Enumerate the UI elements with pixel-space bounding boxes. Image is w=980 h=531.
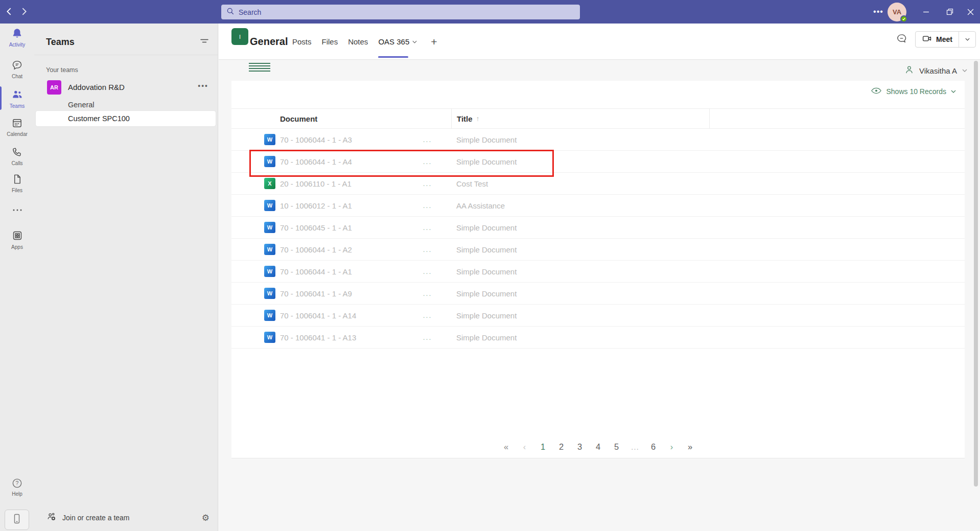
search-icon: [226, 7, 235, 17]
row-actions-ellipsis[interactable]: ...: [423, 157, 432, 166]
team-addovation-rd[interactable]: AR Addovation R&D •••: [34, 78, 218, 97]
row-actions-ellipsis[interactable]: ...: [423, 223, 432, 232]
pagination-page-5[interactable]: 5: [608, 437, 626, 456]
pagination-page-2[interactable]: 2: [552, 437, 571, 456]
user-menu[interactable]: Vikasitha A: [904, 64, 968, 77]
user-avatar[interactable]: VA: [888, 3, 906, 21]
menu-icon[interactable]: [249, 62, 270, 74]
more-options-icon[interactable]: •••: [870, 0, 887, 24]
restore-button[interactable]: [939, 0, 961, 24]
apps-icon: [11, 235, 24, 243]
tab-posts[interactable]: Posts: [291, 24, 313, 60]
rail-label: Teams: [0, 103, 34, 109]
rail-label: Activity: [0, 42, 34, 48]
team-avatar: AR: [47, 80, 61, 95]
table-row[interactable]: W 70 - 1006044 - 1 - A4 ... Simple Docum…: [231, 151, 965, 173]
tab-oas-365[interactable]: OAS 365: [377, 24, 418, 60]
pagination-page-4[interactable]: 4: [589, 437, 608, 456]
column-header-document[interactable]: Document: [231, 109, 404, 128]
table-row[interactable]: W 70 - 1006041 - 1 - A9 ... Simple Docum…: [231, 283, 965, 305]
row-actions-ellipsis[interactable]: ...: [423, 289, 432, 297]
row-actions-ellipsis[interactable]: ...: [423, 333, 432, 341]
table-row[interactable]: W 70 - 1006041 - 1 - A13 ... Simple Docu…: [231, 327, 965, 349]
teams-window: ••• VA Activity Chat: [0, 0, 980, 531]
row-actions-ellipsis[interactable]: ...: [423, 135, 432, 144]
meet-button[interactable]: Meet: [915, 31, 976, 48]
rail-item-calls[interactable]: Calls: [0, 146, 34, 166]
row-actions-ellipsis[interactable]: ...: [423, 267, 432, 275]
tab-files[interactable]: Files: [321, 24, 339, 60]
table-row[interactable]: X 20 - 1006110 - 1 - A1 ... Cost Test: [231, 173, 965, 195]
pagination-first[interactable]: «: [497, 437, 516, 456]
word-file-icon: W: [264, 156, 275, 167]
table-row[interactable]: W 70 - 1006044 - 1 - A3 ... Simple Docum…: [231, 129, 965, 151]
documents-table: Document Title ↑ W 70 - 1006044 - 1 - A3…: [231, 108, 965, 349]
table-row[interactable]: W 10 - 1006012 - 1 - A1 ... AA Assistanc…: [231, 195, 965, 217]
document-id: 10 - 1006012 - 1 - A1: [280, 201, 352, 210]
pagination-page-3[interactable]: 3: [571, 437, 589, 456]
rail-item-more[interactable]: [0, 205, 34, 215]
table-row[interactable]: W 70 - 1006044 - 1 - A2 ... Simple Docum…: [231, 239, 965, 261]
bell-icon: [11, 32, 23, 41]
pagination: «‹12345…6›»: [231, 437, 965, 456]
channel-general[interactable]: General: [36, 97, 216, 112]
more-horizontal-icon: [11, 205, 24, 214]
rail-item-activity[interactable]: Activity: [0, 28, 34, 48]
row-actions-ellipsis[interactable]: ...: [423, 179, 432, 188]
eye-icon: [871, 87, 882, 96]
tab-bar: Posts Files Notes OAS 365 +: [291, 24, 438, 60]
document-id: 70 - 1006045 - 1 - A1: [280, 223, 352, 232]
table-row[interactable]: W 70 - 1006044 - 1 - A1 ... Simple Docum…: [231, 261, 965, 283]
search-bar[interactable]: [221, 5, 580, 19]
meet-options-chevron-icon[interactable]: [959, 32, 975, 47]
pagination-page-1[interactable]: 1: [534, 437, 552, 456]
table-row[interactable]: W 70 - 1006041 - 1 - A14 ... Simple Docu…: [231, 305, 965, 327]
minimize-button[interactable]: [915, 0, 937, 24]
row-actions-ellipsis[interactable]: ...: [423, 201, 432, 210]
rail-item-help[interactable]: ? Help: [0, 477, 34, 497]
pagination-last[interactable]: »: [681, 437, 699, 456]
document-title: Simple Document: [456, 333, 517, 342]
filter-icon[interactable]: [199, 37, 209, 47]
row-actions-ellipsis[interactable]: ...: [423, 245, 432, 253]
chevron-down-icon: [962, 68, 968, 73]
chevron-down-icon: [950, 89, 956, 94]
person-icon: [904, 64, 915, 77]
pagination-prev-disabled: ‹: [516, 437, 534, 456]
mobile-device-button[interactable]: [5, 510, 29, 530]
rail-item-files[interactable]: Files: [0, 173, 34, 193]
join-create-team-button[interactable]: Join or create a team: [62, 514, 130, 522]
channel-customer-spc100[interactable]: Customer SPC100: [36, 111, 216, 126]
meet-label: Meet: [936, 35, 952, 43]
pagination-next[interactable]: ›: [663, 437, 681, 456]
column-header-title[interactable]: Title ↑: [451, 109, 709, 128]
back-icon[interactable]: [6, 7, 15, 16]
document-id: 70 - 1006044 - 1 - A2: [280, 245, 352, 254]
word-file-icon: W: [264, 222, 275, 233]
rail-item-apps[interactable]: Apps: [0, 229, 34, 250]
records-selector[interactable]: Shows 10 Records: [871, 87, 956, 96]
vertical-scrollbar[interactable]: [974, 61, 978, 487]
conversation-icon[interactable]: [896, 33, 907, 47]
gear-icon[interactable]: ⚙: [202, 514, 209, 522]
tab-notes[interactable]: Notes: [347, 24, 369, 60]
rail-item-chat[interactable]: Chat: [0, 59, 34, 79]
word-file-icon: W: [264, 332, 275, 343]
close-button[interactable]: [961, 0, 980, 24]
table-row[interactable]: W 70 - 1006045 - 1 - A1 ... Simple Docum…: [231, 217, 965, 239]
search-input[interactable]: [239, 8, 575, 16]
divider: [34, 55, 218, 55]
rail-item-calendar[interactable]: Calendar: [0, 117, 34, 137]
rail-label: Chat: [0, 74, 34, 79]
word-file-icon: W: [264, 266, 275, 277]
team-more-icon[interactable]: •••: [198, 82, 208, 90]
main-area: I General Posts Files Notes OAS 365: [219, 24, 980, 531]
rail-item-teams[interactable]: Teams: [0, 88, 34, 109]
add-tab-button[interactable]: +: [427, 24, 438, 60]
document-id: 70 - 1006041 - 1 - A13: [280, 333, 356, 342]
pagination-page-6[interactable]: 6: [644, 437, 663, 456]
document-title: Cost Test: [456, 179, 488, 188]
row-actions-ellipsis[interactable]: ...: [423, 311, 432, 319]
forward-icon[interactable]: [21, 7, 31, 16]
document-title: Simple Document: [456, 135, 517, 144]
